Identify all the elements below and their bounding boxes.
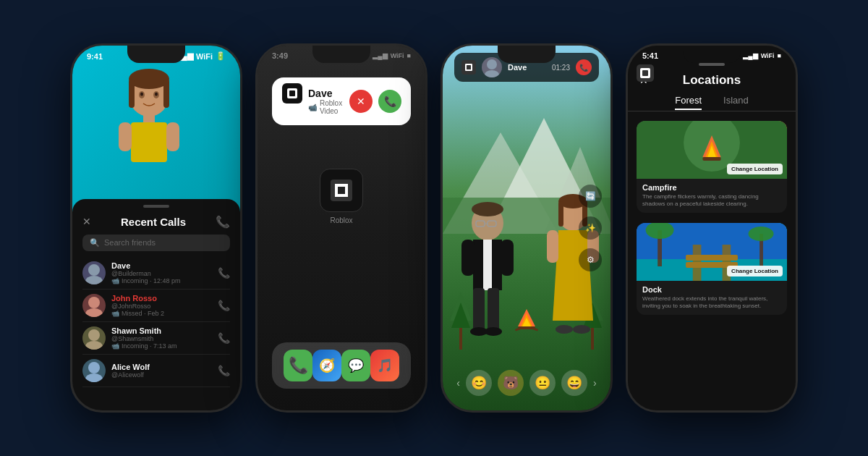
battery-icon-4: ■ — [778, 52, 781, 59]
campfire-info: Campfire The campfire flickers warmly, c… — [637, 179, 787, 213]
video-caller-name: Dave — [508, 63, 546, 72]
tab-island[interactable]: Island — [723, 95, 749, 110]
location-card-campfire: Change Location Campfire The campfire fl… — [637, 121, 787, 213]
signal-icon-2: ▂▄▆ — [373, 52, 387, 59]
status-time-4: 5:41 — [642, 51, 658, 60]
call-item-dave[interactable]: Dave @Builderman 📹Incoming · 12:48 pm 📞 — [82, 257, 230, 290]
dock-safari-icon[interactable]: 🧭 — [312, 350, 341, 381]
svg-point-38 — [472, 202, 503, 216]
svg-point-1 — [129, 69, 169, 89]
call-back-shawn[interactable]: 📞 — [218, 332, 230, 344]
emoji-4[interactable]: 😄 — [561, 370, 587, 396]
end-call-button[interactable]: 📞 — [576, 59, 592, 75]
svg-point-17 — [85, 341, 103, 350]
roblox-app-label: Roblox — [330, 216, 352, 224]
incoming-call-card: Dave 📹 Roblox Video ✕ 📞 — [272, 77, 411, 125]
call-item-john[interactable]: John Rosso @JohnRosso 📹Missed · Feb 2 📞 — [82, 290, 230, 322]
svg-rect-11 — [166, 122, 179, 151]
call-back-dave[interactable]: 📞 — [218, 267, 230, 279]
change-location-campfire[interactable]: Change Location — [727, 164, 783, 174]
svg-point-13 — [85, 276, 103, 284]
search-placeholder: Search friends — [104, 238, 156, 247]
signal-icon-4: ▂▄▆ — [743, 52, 757, 59]
svg-point-16 — [88, 329, 100, 341]
phone-incoming-call: 3:49 ▂▄▆ WiFi ■ Dave 📹 Roblox Video — [255, 43, 427, 413]
roblox-icon-video — [461, 60, 476, 75]
notch-1 — [127, 46, 185, 63]
settings-button[interactable]: ⚙ — [579, 248, 602, 271]
campfire — [512, 306, 541, 338]
battery-icon-2: ■ — [407, 52, 411, 59]
recent-calls-panel: ✕ Recent Calls 📞 🔍 Search friends Dave — [72, 199, 240, 410]
call-back-alice[interactable]: 📞 — [218, 365, 230, 376]
effects-button[interactable]: ✨ — [579, 216, 602, 240]
emoji-2[interactable]: 🐻 — [498, 370, 524, 396]
call-back-john[interactable]: 📞 — [218, 300, 230, 311]
call-info-john: John Rosso @JohnRosso 📹Missed · Feb 2 — [111, 294, 212, 317]
svg-point-7 — [155, 93, 158, 96]
svg-point-51 — [485, 327, 502, 336]
emoji-1[interactable]: 😊 — [466, 370, 492, 396]
emoji-3[interactable]: 😐 — [529, 370, 556, 396]
video-timer: 01:23 — [552, 64, 570, 72]
call-avatar-dave — [82, 261, 106, 284]
svg-point-6 — [140, 93, 143, 96]
svg-rect-2 — [129, 79, 135, 108]
call-name-john: John Rosso — [111, 294, 212, 303]
svg-rect-3 — [163, 79, 169, 108]
dock-phone-icon[interactable]: 📞 — [284, 350, 312, 381]
caller-name-card: Dave — [308, 88, 342, 99]
call-name-dave: Dave — [111, 261, 212, 270]
emoji-bar: ‹ 😊 🐻 😐 😄 › — [443, 370, 610, 396]
call-avatar-alice — [82, 359, 106, 382]
call-username-john: @JohnRosso — [111, 303, 212, 310]
call-info-shawn: Shawn Smith @Shawnsmith 📹Incoming · 7:13… — [111, 326, 212, 350]
roblox-icon-box — [320, 169, 363, 212]
svg-rect-48 — [473, 288, 485, 332]
phone-recent-calls: 9:41 ▂▄▆ WiFi 🔋 ✕ Recent Calls 📞 🔍 Searc… — [70, 43, 242, 413]
svg-point-35 — [487, 59, 497, 69]
status-icons-2: ▂▄▆ WiFi ■ — [373, 52, 411, 59]
campfire-desc: The campfire flickers warmly, casting da… — [642, 193, 781, 208]
caller-info-card: Dave 📹 Roblox Video — [308, 88, 342, 115]
search-box[interactable]: 🔍 Search friends — [82, 235, 230, 251]
emoji-prev[interactable]: ‹ — [456, 377, 460, 389]
svg-rect-54 — [558, 201, 563, 227]
accept-button[interactable]: 📞 — [378, 90, 401, 113]
svg-rect-10 — [119, 122, 132, 151]
svg-rect-34 — [467, 65, 471, 69]
side-controls: 🔄 ✨ ⚙ — [579, 185, 602, 271]
emoji-next[interactable]: › — [593, 377, 597, 389]
dock-messages-icon[interactable]: 💬 — [341, 350, 370, 381]
camera-flip-button[interactable]: 🔄 — [579, 185, 602, 208]
close-icon-calls[interactable]: ✕ — [82, 216, 91, 227]
avatar-character — [106, 67, 207, 169]
svg-point-36 — [485, 70, 499, 77]
svg-rect-43 — [482, 240, 493, 290]
call-info-dave: Dave @Builderman 📹Incoming · 12:48 pm — [111, 261, 212, 284]
dock-music-icon[interactable]: 🎵 — [370, 350, 399, 381]
call-username-shawn: @Shawnsmith — [111, 335, 212, 342]
svg-rect-21 — [289, 90, 295, 96]
call-detail-shawn: 📹Incoming · 7:13 am — [111, 342, 212, 350]
svg-point-12 — [88, 264, 100, 276]
svg-rect-44 — [473, 240, 483, 290]
drag-handle — [699, 63, 725, 66]
phone-icon[interactable]: 📞 — [216, 215, 230, 229]
dock-info: Dock Weathered dock extends into the tra… — [637, 281, 787, 315]
tab-forest[interactable]: Forest — [675, 95, 702, 110]
wifi-icon-2: WiFi — [391, 52, 404, 59]
svg-rect-56 — [547, 230, 558, 263]
svg-rect-67 — [642, 70, 648, 76]
change-location-dock[interactable]: Change Location — [727, 266, 783, 276]
campfire-name: Campfire — [642, 183, 781, 192]
roblox-app-icon[interactable]: Roblox — [320, 169, 363, 224]
roblox-icon-locations — [637, 64, 654, 82]
call-item-shawn[interactable]: Shawn Smith @Shawnsmith 📹Incoming · 7:13… — [82, 322, 230, 355]
decline-button[interactable]: ✕ — [349, 90, 373, 113]
svg-point-15 — [85, 308, 103, 317]
notch-2 — [312, 46, 370, 63]
call-item-alice[interactable]: Alice Wolf @Alicewolf 📞 — [82, 355, 230, 387]
svg-point-59 — [573, 325, 590, 334]
status-time-1: 9:41 — [87, 52, 103, 61]
